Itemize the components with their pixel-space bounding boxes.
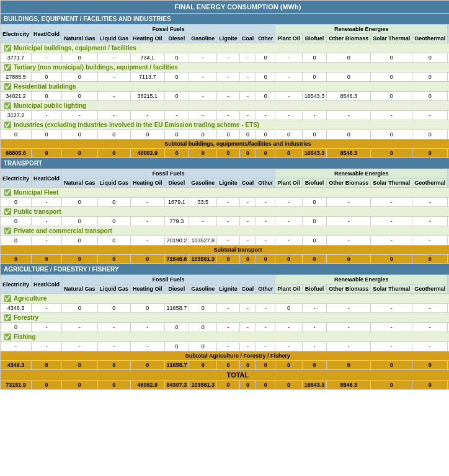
subtotal-agriculture: Subtotal Agriculture / Forestry / Fisher… xyxy=(1,351,450,361)
col-heatcold: Heat/Cold xyxy=(32,25,62,43)
group-fishing: ✅Fishing xyxy=(1,332,450,342)
a-fossil-header: Fossil Fuels xyxy=(62,275,275,284)
group-industries: ✅Industries (excluding industries involv… xyxy=(1,120,450,130)
group-forestry-label: ✅Forestry xyxy=(1,313,450,323)
group-private-transport: ✅Private and commercial transport xyxy=(1,226,450,236)
data-municipal-fleet: 0 - 0 0 - 1679.1 33.5 - - - - 0 - - - 17… xyxy=(1,198,450,207)
section-buildings-label: BUILDINGS, EQUIPMENT / FACILITIES AND IN… xyxy=(1,14,450,25)
agri-col-header-2: Natural Gas Liquid Gas Heating Oil Diese… xyxy=(1,284,450,294)
data-agriculture: 4346.3 - 0 0 0 11658.7 0 - - - 0 - - - -… xyxy=(1,304,450,313)
col-gasoline: Gasoline xyxy=(189,34,217,43)
agri-col-header-1: Electricity Heat/Cold Fossil Fuels Renew… xyxy=(1,275,450,284)
data-fishing: - - - - - 0 0 - - - - - - - - 0 xyxy=(1,342,450,351)
data-residential: 34021.2 0 0 - 38215.1 0 - - - 0 - 16543.… xyxy=(1,92,450,101)
transport-col-header-2: Natural Gas Liquid Gas Heating Oil Diese… xyxy=(1,178,450,188)
data-municipal-buildings: 3771.7 - 0 - 734.1 0 - - - 0 - 0 0 0 0 4… xyxy=(1,53,450,63)
renewable-energies-header: Renewable Energies xyxy=(275,25,448,34)
data-public-lighting: 3127.2 - - - - - - - - - - - - - - 3127.… xyxy=(1,111,450,120)
col-lignite: Lignite xyxy=(217,34,240,43)
t-col-heatcold: Heat/Cold xyxy=(32,169,62,188)
data-tertiary: 27885.5 0 0 - 7113.7 0 - - - 0 - 0 0 0 0… xyxy=(1,73,450,82)
col-natural-gas: Natural Gas xyxy=(62,34,98,43)
subtotal-buildings-label: Subtotal buildings, equipments/facilitie… xyxy=(1,139,450,149)
col-geothermal: Geothermal xyxy=(412,34,448,43)
a-col-heatcold: Heat/Cold xyxy=(32,275,62,294)
group-fishing-label: ✅Fishing xyxy=(1,332,450,342)
group-municipal-buildings: ✅Municipal buildings, equipment / facili… xyxy=(1,43,450,53)
fossil-fuels-header: Fossil Fuels xyxy=(62,25,275,34)
t-col-electricity: Electricity xyxy=(1,169,32,188)
group-tertiary: ✅Tertiary (non municipal) buildings, equ… xyxy=(1,63,450,73)
group-public-transport-label: ✅Public transport xyxy=(1,207,450,217)
col-plant-oil: Plant Oil xyxy=(275,34,303,43)
col-diesel: Diesel xyxy=(164,34,189,43)
subtotal-buildings: Subtotal buildings, equipments/facilitie… xyxy=(1,139,450,149)
col-solar-thermal: Solar Thermal xyxy=(371,34,412,43)
section-agriculture: AGRICULTURE / FORESTRY / FISHERY xyxy=(1,264,450,275)
section-agriculture-label: AGRICULTURE / FORESTRY / FISHERY xyxy=(1,264,450,275)
subtotal-transport-label: Subtotal transport xyxy=(1,245,450,255)
total-label-row: TOTAL xyxy=(1,370,450,381)
section-transport-label: TRANSPORT xyxy=(1,158,450,169)
transport-col-header-1: Electricity Heat/Cold Fossil Fuels Renew… xyxy=(1,169,450,178)
group-public-lighting-label: ✅Municipal public lighting xyxy=(1,101,450,111)
col-header-2: Natural Gas Liquid Gas Heating Oil Diese… xyxy=(1,34,450,43)
total-data-row: 73151.9 0 0 0 46062.9 84307.3 103561.3 0… xyxy=(1,381,450,390)
group-residential: ✅Residential buildings xyxy=(1,82,450,92)
section-transport: TRANSPORT xyxy=(1,158,450,169)
group-municipal-buildings-label: ✅Municipal buildings, equipment / facili… xyxy=(1,43,450,53)
section-buildings: BUILDINGS, EQUIPMENT / FACILITIES AND IN… xyxy=(1,14,450,25)
total-label: TOTAL xyxy=(1,370,450,381)
group-municipal-fleet: ✅Municipal Fleet xyxy=(1,188,450,198)
data-private-transport: 0 - 0 0 - 70190.2 103527.8 - - - - 0 - -… xyxy=(1,236,450,245)
col-liquid-gas: Liquid Gas xyxy=(97,34,131,43)
subtotal-agriculture-label: Subtotal Agriculture / Forestry / Fisher… xyxy=(1,351,450,361)
subtotal-transport: Subtotal transport xyxy=(1,245,450,255)
group-public-lighting: ✅Municipal public lighting xyxy=(1,101,450,111)
col-coal: Coal xyxy=(239,34,256,43)
group-agriculture: ✅Agriculture xyxy=(1,294,450,304)
a-renewable-header: Renewable Energies xyxy=(275,275,448,284)
col-other-biomass: Other Biomass xyxy=(327,34,371,43)
group-private-transport-label: ✅Private and commercial transport xyxy=(1,226,450,236)
subtotal-buildings-data: 68805.6 0 0 0 46062.9 0 0 0 0 0 0 16543.… xyxy=(1,149,450,158)
group-tertiary-label: ✅Tertiary (non municipal) buildings, equ… xyxy=(1,63,450,73)
subtotal-transport-data: 0 0 0 0 0 72648.6 103561.3 0 0 0 0 0 0 0… xyxy=(1,255,450,264)
data-forestry: 0 - - - - 0 0 - - - - - - - - 0 xyxy=(1,323,450,332)
group-forestry: ✅Forestry xyxy=(1,313,450,323)
data-industries: 0 0 0 0 0 0 0 0 0 0 0 0 0 0 0 0 xyxy=(1,130,450,139)
col-header-1: Electricity Heat/Cold Fossil Fuels Renew… xyxy=(1,25,450,34)
t-renewable-header: Renewable Energies xyxy=(275,169,448,178)
col-other-fossil: Other xyxy=(256,34,275,43)
group-residential-label: ✅Residential buildings xyxy=(1,82,450,92)
group-agriculture-label: ✅Agriculture xyxy=(1,294,450,304)
a-col-electricity: Electricity xyxy=(1,275,32,294)
main-table: FINAL ENERGY CONSUMPTION (MWh) BUILDINGS… xyxy=(0,0,449,390)
col-electricity: Electricity xyxy=(1,25,32,43)
group-public-transport: ✅Public transport xyxy=(1,207,450,217)
group-municipal-fleet-label: ✅Municipal Fleet xyxy=(1,188,450,198)
data-public-transport: 0 - 0 0 - 779.3 - - - - - 0 - - - 779.3 xyxy=(1,217,450,226)
main-title: FINAL ENERGY CONSUMPTION (MWh) xyxy=(1,1,450,14)
col-heating-oil: Heating Oil xyxy=(131,34,165,43)
subtotal-agriculture-data: 4346.3 0 0 0 0 11658.7 0 0 0 0 0 0 0 0 0… xyxy=(1,361,450,370)
title-row: FINAL ENERGY CONSUMPTION (MWh) xyxy=(1,1,450,14)
group-industries-label: ✅Industries (excluding industries involv… xyxy=(1,120,450,130)
t-fossil-header: Fossil Fuels xyxy=(62,169,275,178)
col-biofuel: Biofuel xyxy=(302,34,327,43)
